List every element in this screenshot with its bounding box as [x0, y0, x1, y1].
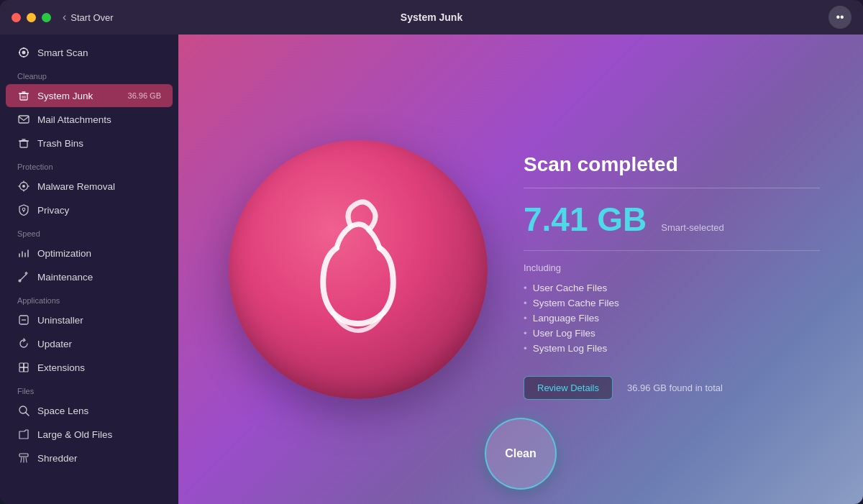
sidebar-item-uninstaller[interactable]: Uninstaller: [6, 308, 173, 331]
maintenance-label: Maintenance: [37, 272, 93, 283]
sidebar-item-maintenance[interactable]: Maintenance: [6, 265, 173, 288]
maximize-button[interactable]: [42, 13, 51, 22]
sidebar-item-smart-scan[interactable]: Smart Scan: [6, 41, 173, 64]
title-bar-right: ••: [828, 6, 851, 29]
start-over-label: Start Over: [70, 12, 113, 23]
chevron-left-icon: ‹: [63, 11, 66, 24]
extensions-label: Extensions: [37, 362, 85, 373]
mail-icon: [17, 113, 30, 126]
main-content: Smart Scan Cleanup System Junk 36.96: [0, 35, 863, 504]
main-panel: Scan completed 7.41 GB Smart-selected In…: [178, 35, 863, 504]
mail-attachments-label: Mail Attachments: [37, 114, 111, 125]
sidebar-item-optimization[interactable]: Optimization: [6, 242, 173, 265]
svg-line-40: [26, 457, 27, 462]
divider-2: [524, 250, 820, 251]
svg-rect-31: [19, 363, 24, 367]
list-item: User Log Files: [524, 326, 820, 341]
section-protection: Protection: [0, 155, 178, 174]
list-item: Language Files: [524, 311, 820, 326]
optimization-icon: [17, 247, 30, 260]
found-total-label: 36.96 GB found in total: [627, 382, 723, 393]
svg-rect-12: [19, 116, 29, 123]
svg-point-22: [22, 208, 25, 211]
app-window: ‹ Start Over System Junk ••: [0, 0, 863, 504]
section-files: Files: [0, 380, 178, 398]
section-cleanup: Cleanup: [0, 65, 178, 83]
system-junk-icon: [17, 89, 30, 102]
including-label: Including: [524, 262, 820, 273]
sidebar-item-updater[interactable]: Updater: [6, 332, 173, 355]
title-bar: ‹ Start Over System Junk ••: [0, 0, 863, 35]
sidebar-item-large-old-files[interactable]: Large & Old Files: [6, 423, 173, 446]
section-applications: Applications: [0, 289, 178, 308]
svg-rect-32: [24, 363, 28, 367]
svg-rect-13: [20, 141, 27, 147]
sidebar-item-malware-removal[interactable]: Malware Removal: [6, 175, 173, 198]
privacy-icon: [17, 203, 30, 216]
sidebar-item-shredder[interactable]: Shredder: [6, 446, 173, 469]
scan-completed-title: Scan completed: [524, 153, 820, 176]
maintenance-icon: [17, 270, 30, 283]
sidebar-item-space-lens[interactable]: Space Lens: [6, 399, 173, 422]
malware-icon: [17, 180, 30, 193]
optimization-label: Optimization: [37, 248, 91, 259]
smart-scan-icon: [17, 46, 30, 59]
sidebar: Smart Scan Cleanup System Junk 36.96: [0, 35, 178, 504]
smart-selected-label: Smart-selected: [661, 222, 723, 233]
window-title: System Junk: [401, 12, 462, 23]
svg-point-21: [22, 185, 25, 188]
uninstaller-icon: [17, 313, 30, 326]
junk-illustration: [229, 140, 488, 399]
svg-point-1: [22, 51, 26, 55]
settings-button[interactable]: ••: [828, 6, 851, 29]
file-list: User Cache Files System Cache Files Lang…: [524, 280, 820, 356]
back-nav[interactable]: ‹ Start Over: [63, 11, 114, 24]
svg-rect-37: [19, 454, 28, 457]
list-item: System Log Files: [524, 341, 820, 356]
size-row: 7.41 GB Smart-selected: [524, 200, 820, 239]
svg-rect-33: [19, 367, 24, 372]
system-junk-badge: 36.96 GB: [128, 91, 161, 100]
trash-icon: [17, 137, 30, 150]
section-speed: Speed: [0, 222, 178, 241]
updater-label: Updater: [37, 339, 72, 349]
svg-rect-34: [24, 367, 28, 372]
illustration-area: [222, 140, 495, 399]
info-panel: Scan completed 7.41 GB Smart-selected In…: [524, 139, 820, 400]
review-details-button[interactable]: Review Details: [524, 376, 613, 400]
clean-button[interactable]: Clean: [485, 418, 557, 490]
space-lens-label: Space Lens: [37, 406, 88, 416]
uninstaller-label: Uninstaller: [37, 315, 83, 326]
sidebar-item-privacy[interactable]: Privacy: [6, 198, 173, 221]
clean-btn-area: Clean: [485, 418, 557, 504]
list-item: System Cache Files: [524, 295, 820, 311]
window-controls: [12, 13, 51, 22]
smart-scan-label: Smart Scan: [37, 47, 88, 58]
large-files-icon: [17, 428, 30, 441]
space-lens-icon: [17, 404, 30, 417]
sidebar-item-system-junk[interactable]: System Junk 36.96 GB: [6, 84, 173, 107]
svg-line-36: [26, 413, 29, 416]
system-junk-label: System Junk: [37, 91, 93, 101]
updater-icon: [17, 337, 30, 350]
sidebar-item-extensions[interactable]: Extensions: [6, 356, 173, 379]
sidebar-item-trash-bins[interactable]: Trash Bins: [6, 132, 173, 155]
size-value: 7.41 GB: [524, 200, 647, 239]
dots-icon: ••: [836, 11, 844, 24]
sidebar-item-mail-attachments[interactable]: Mail Attachments: [6, 108, 173, 131]
list-item: User Cache Files: [524, 280, 820, 295]
extensions-icon: [17, 361, 30, 374]
privacy-label: Privacy: [37, 205, 69, 216]
malware-removal-label: Malware Removal: [37, 181, 115, 192]
action-row: Review Details 36.96 GB found in total: [524, 376, 820, 400]
shredder-icon: [17, 452, 30, 464]
shredder-label: Shredder: [37, 453, 78, 464]
close-button[interactable]: [12, 13, 21, 22]
large-old-files-label: Large & Old Files: [37, 429, 112, 440]
svg-line-38: [21, 457, 22, 462]
trash-bins-label: Trash Bins: [37, 138, 83, 149]
junk-icon-svg: [279, 191, 437, 349]
divider-1: [524, 188, 820, 188]
minimize-button[interactable]: [27, 13, 36, 22]
